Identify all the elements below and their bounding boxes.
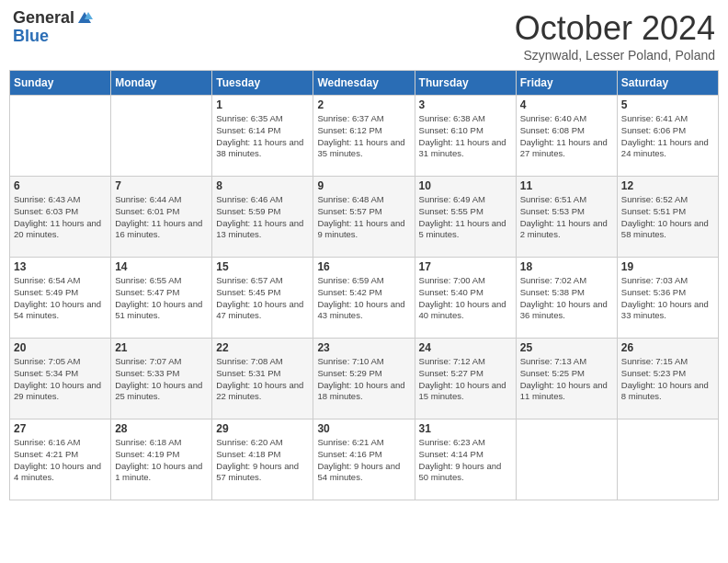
day-detail: Sunrise: 6:57 AM Sunset: 5:45 PM Dayligh… [216,275,309,322]
day-detail: Sunrise: 7:10 AM Sunset: 5:29 PM Dayligh… [317,356,410,403]
day-number: 4 [520,98,613,111]
day-detail: Sunrise: 6:41 AM Sunset: 6:06 PM Dayligh… [621,113,714,160]
day-number: 23 [317,341,410,354]
day-number: 15 [216,260,309,273]
calendar-cell [10,96,111,177]
col-header-thursday: Thursday [415,71,516,96]
calendar-cell: 15Sunrise: 6:57 AM Sunset: 5:45 PM Dayli… [212,258,313,339]
day-number: 30 [317,422,410,435]
day-detail: Sunrise: 6:46 AM Sunset: 5:59 PM Dayligh… [216,194,309,241]
day-number: 29 [216,422,309,435]
day-detail: Sunrise: 7:08 AM Sunset: 5:31 PM Dayligh… [216,356,309,403]
day-number: 11 [520,179,613,192]
day-number: 27 [14,422,107,435]
calendar-cell: 16Sunrise: 6:59 AM Sunset: 5:42 PM Dayli… [313,258,415,339]
calendar-cell: 24Sunrise: 7:12 AM Sunset: 5:27 PM Dayli… [415,339,516,419]
calendar-cell: 9Sunrise: 6:48 AM Sunset: 5:57 PM Daylig… [313,177,415,258]
day-number: 2 [317,98,410,111]
calendar-cell: 19Sunrise: 7:03 AM Sunset: 5:36 PM Dayli… [617,258,718,339]
week-row-4: 20Sunrise: 7:05 AM Sunset: 5:34 PM Dayli… [10,339,719,419]
calendar-cell: 5Sunrise: 6:41 AM Sunset: 6:06 PM Daylig… [617,96,718,177]
day-detail: Sunrise: 6:37 AM Sunset: 6:12 PM Dayligh… [317,113,410,160]
day-number: 13 [14,260,107,273]
calendar-cell [111,96,212,177]
calendar-cell: 17Sunrise: 7:00 AM Sunset: 5:40 PM Dayli… [415,258,516,339]
day-number: 24 [419,341,512,354]
day-detail: Sunrise: 7:03 AM Sunset: 5:36 PM Dayligh… [621,275,714,322]
day-number: 31 [419,422,512,435]
month-title: October 2024 [515,9,715,48]
day-detail: Sunrise: 6:40 AM Sunset: 6:08 PM Dayligh… [520,113,613,160]
day-detail: Sunrise: 7:02 AM Sunset: 5:38 PM Dayligh… [520,275,613,322]
calendar-cell: 26Sunrise: 7:15 AM Sunset: 5:23 PM Dayli… [617,339,718,419]
day-number: 16 [317,260,410,273]
col-header-sunday: Sunday [10,71,111,96]
day-number: 14 [115,260,208,273]
day-detail: Sunrise: 7:05 AM Sunset: 5:34 PM Dayligh… [14,356,107,403]
calendar-cell: 30Sunrise: 6:21 AM Sunset: 4:16 PM Dayli… [313,419,415,500]
day-detail: Sunrise: 7:12 AM Sunset: 5:27 PM Dayligh… [419,356,512,403]
calendar-cell: 27Sunrise: 6:16 AM Sunset: 4:21 PM Dayli… [10,419,111,500]
week-row-5: 27Sunrise: 6:16 AM Sunset: 4:21 PM Dayli… [10,419,719,500]
calendar-cell: 6Sunrise: 6:43 AM Sunset: 6:03 PM Daylig… [10,177,111,258]
calendar-cell: 11Sunrise: 6:51 AM Sunset: 5:53 PM Dayli… [516,177,617,258]
day-detail: Sunrise: 6:35 AM Sunset: 6:14 PM Dayligh… [216,113,309,160]
col-header-monday: Monday [111,71,212,96]
calendar-cell: 7Sunrise: 6:44 AM Sunset: 6:01 PM Daylig… [111,177,212,258]
day-number: 1 [216,98,309,111]
calendar-cell: 18Sunrise: 7:02 AM Sunset: 5:38 PM Dayli… [516,258,617,339]
logo-general-text: General [13,9,74,28]
col-header-wednesday: Wednesday [313,71,415,96]
day-detail: Sunrise: 6:48 AM Sunset: 5:57 PM Dayligh… [317,194,410,241]
day-number: 9 [317,179,410,192]
calendar-cell: 1Sunrise: 6:35 AM Sunset: 6:14 PM Daylig… [212,96,313,177]
col-header-saturday: Saturday [617,71,718,96]
day-detail: Sunrise: 7:00 AM Sunset: 5:40 PM Dayligh… [419,275,512,322]
day-number: 25 [520,341,613,354]
calendar-table: SundayMondayTuesdayWednesdayThursdayFrid… [9,70,719,500]
day-number: 3 [419,98,512,111]
calendar-cell: 12Sunrise: 6:52 AM Sunset: 5:51 PM Dayli… [617,177,718,258]
calendar-cell: 29Sunrise: 6:20 AM Sunset: 4:18 PM Dayli… [212,419,313,500]
day-number: 10 [419,179,512,192]
day-detail: Sunrise: 6:18 AM Sunset: 4:19 PM Dayligh… [115,437,208,484]
day-detail: Sunrise: 6:55 AM Sunset: 5:47 PM Dayligh… [115,275,208,322]
header-row: SundayMondayTuesdayWednesdayThursdayFrid… [10,71,719,96]
logo-blue-text: Blue [13,28,49,46]
calendar-cell: 23Sunrise: 7:10 AM Sunset: 5:29 PM Dayli… [313,339,415,419]
day-detail: Sunrise: 6:43 AM Sunset: 6:03 PM Dayligh… [14,194,107,241]
day-number: 22 [216,341,309,354]
day-number: 5 [621,98,714,111]
day-number: 28 [115,422,208,435]
week-row-3: 13Sunrise: 6:54 AM Sunset: 5:49 PM Dayli… [10,258,719,339]
calendar-cell: 22Sunrise: 7:08 AM Sunset: 5:31 PM Dayli… [212,339,313,419]
calendar-cell: 21Sunrise: 7:07 AM Sunset: 5:33 PM Dayli… [111,339,212,419]
calendar-cell: 20Sunrise: 7:05 AM Sunset: 5:34 PM Dayli… [10,339,111,419]
logo: General Blue [13,9,93,46]
day-detail: Sunrise: 7:15 AM Sunset: 5:23 PM Dayligh… [621,356,714,403]
col-header-friday: Friday [516,71,617,96]
day-number: 18 [520,260,613,273]
day-detail: Sunrise: 6:44 AM Sunset: 6:01 PM Dayligh… [115,194,208,241]
calendar-cell: 14Sunrise: 6:55 AM Sunset: 5:47 PM Dayli… [111,258,212,339]
day-detail: Sunrise: 6:49 AM Sunset: 5:55 PM Dayligh… [419,194,512,241]
location-text: Szynwald, Lesser Poland, Poland [515,48,715,63]
day-number: 19 [621,260,714,273]
day-detail: Sunrise: 6:51 AM Sunset: 5:53 PM Dayligh… [520,194,613,241]
logo-icon [76,10,93,27]
title-block: October 2024 Szynwald, Lesser Poland, Po… [515,9,715,63]
day-detail: Sunrise: 6:20 AM Sunset: 4:18 PM Dayligh… [216,437,309,484]
day-detail: Sunrise: 6:54 AM Sunset: 5:49 PM Dayligh… [14,275,107,322]
day-number: 17 [419,260,512,273]
day-number: 8 [216,179,309,192]
week-row-1: 1Sunrise: 6:35 AM Sunset: 6:14 PM Daylig… [10,96,719,177]
day-detail: Sunrise: 6:23 AM Sunset: 4:14 PM Dayligh… [419,437,512,484]
calendar-cell: 4Sunrise: 6:40 AM Sunset: 6:08 PM Daylig… [516,96,617,177]
day-number: 12 [621,179,714,192]
calendar-cell: 10Sunrise: 6:49 AM Sunset: 5:55 PM Dayli… [415,177,516,258]
calendar-cell: 8Sunrise: 6:46 AM Sunset: 5:59 PM Daylig… [212,177,313,258]
day-detail: Sunrise: 7:07 AM Sunset: 5:33 PM Dayligh… [115,356,208,403]
day-detail: Sunrise: 6:38 AM Sunset: 6:10 PM Dayligh… [419,113,512,160]
col-header-tuesday: Tuesday [212,71,313,96]
week-row-2: 6Sunrise: 6:43 AM Sunset: 6:03 PM Daylig… [10,177,719,258]
